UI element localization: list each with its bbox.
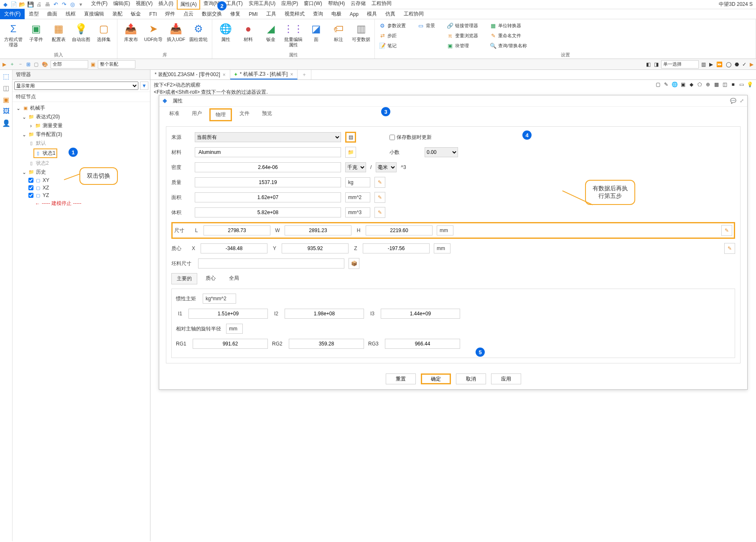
dlgtab-file[interactable]: 文件	[234, 108, 255, 121]
tb-icon-e[interactable]: ⏩	[715, 60, 723, 69]
decimal-select[interactable]: 0.00	[425, 147, 458, 157]
doc-tab-1[interactable]: * 装配001.Z3ASM - [零件002]×	[150, 70, 230, 79]
doc-tab-add[interactable]: ＋	[298, 70, 311, 79]
btn-vardata[interactable]: ▥可变数据	[350, 21, 372, 52]
density-input[interactable]	[195, 162, 341, 172]
menu-view[interactable]: 视图(V)	[133, 0, 155, 10]
layers-icon[interactable]: ◫	[2, 83, 11, 92]
redo-icon[interactable]: ↷	[60, 1, 68, 8]
btn-paramset[interactable]: ⚙参数设置	[377, 21, 407, 30]
rtab-collab[interactable]: 工程协同	[400, 9, 428, 19]
rtab-direct[interactable]: 直接编辑	[80, 9, 108, 19]
edit-area-button[interactable]: ✎	[374, 192, 385, 203]
rtab-weld[interactable]: 焊件	[161, 9, 179, 19]
rtab-shape[interactable]: 造型	[25, 9, 43, 19]
menu-help[interactable]: 帮助(H)	[326, 0, 348, 10]
calc-button[interactable]: ▤	[345, 132, 356, 143]
btn-gear[interactable]: ⚙圆柱齿轮	[188, 21, 209, 52]
btn-findreplace[interactable]: 🔍查询/替换名称	[488, 41, 529, 50]
menu-attribute[interactable]: 属性(A)	[177, 0, 200, 10]
vi-2[interactable]: ✎	[662, 81, 670, 88]
tree-icon[interactable]: ⬚	[2, 72, 11, 81]
rtab-pointcloud[interactable]: 点云	[179, 9, 198, 19]
btn-varbrowser[interactable]: π变量浏览器	[445, 31, 480, 40]
tb-icon-b[interactable]: ◨	[653, 60, 659, 69]
dlg-close-icon[interactable]: ⤢	[740, 98, 744, 104]
dlgtab-physical[interactable]: 物理	[209, 108, 232, 121]
btn-rename[interactable]: ✎重命名文件	[488, 31, 529, 40]
doc-tab-2[interactable]: +* 机械手.Z3 - [机械手]×	[230, 70, 298, 79]
vi-11[interactable]: ▭	[738, 81, 745, 88]
i3-input[interactable]	[381, 309, 460, 319]
edit-centroid-button[interactable]: ✎	[724, 243, 735, 254]
btn-face[interactable]: ◪面	[305, 21, 327, 52]
density-unit2[interactable]: 毫米	[376, 162, 397, 172]
xy-checkbox[interactable]	[28, 178, 33, 183]
filter-combo-2[interactable]: 整个装配	[98, 60, 135, 69]
blank-box-button[interactable]: 📦	[349, 258, 359, 269]
display-select[interactable]: 显示常用	[14, 82, 138, 90]
grid-icon[interactable]: ⊞	[25, 60, 31, 69]
vi-10[interactable]: ■	[729, 81, 737, 88]
centroid-z-input[interactable]	[363, 243, 430, 253]
tree-state2[interactable]: ▯状态2	[14, 159, 148, 168]
itab-global[interactable]: 全局	[224, 273, 244, 284]
cancel-button[interactable]: 取消	[456, 373, 486, 384]
rtab-electrode[interactable]: 电极	[327, 9, 346, 19]
i2-input[interactable]	[285, 309, 364, 319]
rtab-query[interactable]: 查询	[309, 9, 327, 19]
btn-sheetmetal[interactable]: ◢钣金	[260, 21, 282, 52]
rtab-sim[interactable]: 仿真	[381, 9, 400, 19]
itab-main[interactable]: 主要的	[171, 273, 197, 284]
rtab-surface[interactable]: 曲面	[43, 9, 61, 19]
source-select[interactable]: 当前所有	[195, 132, 341, 142]
select-combo[interactable]: 单一选择	[661, 60, 699, 69]
volume-input[interactable]	[195, 207, 341, 217]
tree-state1[interactable]: ▯状态1	[33, 148, 57, 158]
rtab-sheet[interactable]: 钣金	[127, 9, 145, 19]
tb-icon-f[interactable]: ◯	[725, 60, 732, 69]
btn-annotation[interactable]: 🏷标注	[328, 21, 349, 52]
btn-configtable[interactable]: ▦配置表	[48, 21, 69, 52]
xz-checkbox[interactable]	[28, 185, 33, 190]
rg2-input[interactable]	[289, 339, 364, 349]
btn-libpublish[interactable]: 📤库发布	[120, 21, 142, 52]
i1-input[interactable]	[188, 309, 268, 319]
rtab-app[interactable]: App	[346, 10, 363, 19]
rtab-repair[interactable]: 修复	[226, 9, 244, 19]
tb-icon-h[interactable]: ✓	[741, 60, 747, 69]
rtab-wire[interactable]: 线框	[61, 9, 80, 19]
folder-button[interactable]: 📁	[345, 147, 356, 158]
tree-measure[interactable]: ›📁测量变量	[14, 121, 148, 130]
funnel-icon[interactable]: ▼	[140, 82, 148, 90]
btn-unitconv[interactable]: ▦单位转换器	[488, 21, 529, 30]
tree-xz[interactable]: ▢XZ	[14, 184, 148, 192]
material-input[interactable]	[195, 147, 341, 157]
btn-equation-mgr[interactable]: Σ方程式管理器	[3, 21, 24, 52]
btn-bg[interactable]: ▭背景	[416, 21, 437, 30]
rtab-visual[interactable]: 视觉样式	[280, 9, 309, 19]
close-icon[interactable]: ×	[290, 72, 293, 77]
tree-stop[interactable]: ← ----- 建模停止 -----	[14, 199, 148, 208]
yz-checkbox[interactable]	[28, 193, 33, 198]
tb-icon-a[interactable]: ◧	[645, 60, 652, 69]
rtab-tool[interactable]: 工具	[262, 9, 280, 19]
btn-step[interactable]: ⇄步距	[377, 31, 407, 40]
density-unit1[interactable]: 千克	[345, 162, 366, 172]
vi-3[interactable]: 🌐	[671, 81, 678, 88]
box3d-icon[interactable]: ▣	[2, 95, 11, 104]
reset-button[interactable]: 重置	[386, 373, 416, 384]
tree-yz[interactable]: ▢YZ	[14, 192, 148, 199]
btn-subpart[interactable]: ▣子零件	[25, 21, 47, 52]
tb-icon-c[interactable]: ▥	[700, 60, 707, 69]
mass-input[interactable]	[195, 177, 341, 187]
size-l-input[interactable]	[204, 225, 270, 235]
view-icon[interactable]: 🖼	[2, 107, 11, 116]
tree-expr[interactable]: ⌄📁表达式(20)	[14, 112, 148, 121]
new-icon[interactable]: 📄	[10, 1, 18, 8]
btn-material[interactable]: ●材料	[237, 21, 259, 52]
rg3-input[interactable]	[385, 339, 460, 349]
btn-selectset[interactable]: ▢选择集	[93, 21, 115, 52]
btn-insertudf[interactable]: 📥插入UDF	[165, 21, 187, 52]
rtab-mold[interactable]: 模具	[363, 9, 381, 19]
